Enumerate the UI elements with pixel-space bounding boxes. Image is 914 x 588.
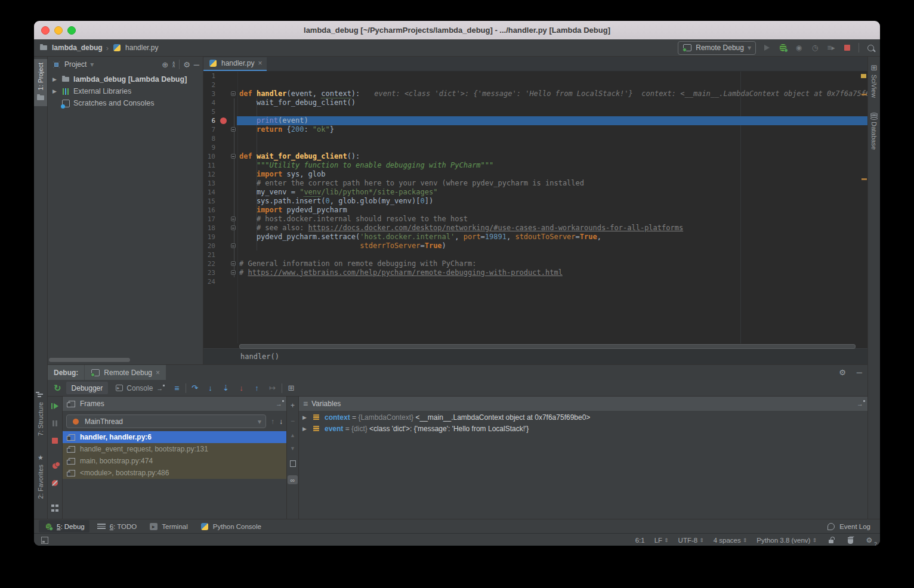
close-session-icon[interactable]: ×	[156, 369, 160, 377]
stack-frame[interactable]: handler, handler.py:6	[63, 431, 286, 443]
code-line[interactable]: 12 import sys, glob	[203, 170, 867, 179]
toolwindow-button-terminal[interactable]: ▸ Terminal	[144, 520, 192, 533]
run-anything-button[interactable]: ≡▸	[826, 43, 836, 52]
variable-row[interactable]: ▶context = {LambdaContext} <__main__.Lam…	[299, 411, 867, 423]
thread-select[interactable]: MainThread ▾	[66, 414, 266, 428]
code-line[interactable]: 22# General information on remote debugg…	[203, 259, 867, 268]
code-line[interactable]: 3def handler(event, context):event: <cla…	[203, 89, 867, 98]
code-line[interactable]: 11 """Utility function to enable debuggi…	[203, 161, 867, 170]
inspections-icon[interactable]	[845, 536, 855, 545]
fold-marker-icon[interactable]	[231, 243, 236, 248]
code-line[interactable]: 9	[203, 143, 867, 152]
sidebar-item-sciview[interactable]: ⊞ SciView	[868, 60, 880, 101]
toolwindow-button-python-console[interactable]: Python Console	[195, 520, 266, 533]
stop-button[interactable]	[842, 43, 852, 52]
search-everywhere-button[interactable]	[866, 43, 875, 52]
hide-panel-button[interactable]: ─	[194, 60, 199, 69]
gutter[interactable]: 16	[203, 206, 237, 215]
code-line[interactable]: 20 stderrToServer=True)	[203, 242, 867, 250]
pause-button[interactable]	[50, 419, 60, 428]
gutter[interactable]: 15	[203, 197, 237, 206]
gear-icon[interactable]: ⚙	[183, 60, 190, 69]
move-down-button[interactable]: ▼	[290, 445, 295, 451]
editor-breadcrumb[interactable]: handler()	[240, 352, 279, 361]
restore-layout-button[interactable]	[50, 503, 60, 513]
code-line[interactable]: 4 wait_for_debug_client()	[203, 98, 867, 107]
gutter[interactable]: 24	[203, 277, 237, 286]
code-line[interactable]: 24	[203, 277, 867, 286]
gutter[interactable]: 14	[203, 188, 237, 197]
expand-arrow-icon[interactable]: ▶	[302, 426, 308, 432]
event-log-button[interactable]: Event Log	[822, 520, 875, 533]
horizontal-scrollbar[interactable]	[49, 358, 130, 362]
error-stripe-mark[interactable]	[861, 94, 867, 95]
resume-button[interactable]	[50, 401, 60, 411]
debug-session-tab[interactable]: Remote Debug ×	[84, 365, 166, 380]
toolwindow-button-debug[interactable]: 5: Debug	[39, 520, 89, 533]
code-line[interactable]: 8	[203, 134, 867, 143]
toolwindow-toggle-icon[interactable]	[40, 536, 50, 545]
chevron-down-icon[interactable]: ▾	[90, 60, 94, 69]
fold-marker-icon[interactable]	[231, 91, 236, 96]
step-into-my-code-button[interactable]: ⇣	[220, 383, 233, 392]
gutter[interactable]: 12	[203, 170, 237, 179]
gutter[interactable]: 8	[203, 134, 237, 143]
code-line[interactable]: 6 print(event)	[203, 116, 867, 125]
tab-debugger[interactable]: Debugger	[66, 382, 109, 394]
fold-marker-icon[interactable]	[231, 270, 236, 275]
mute-breakpoints-button[interactable]	[50, 478, 60, 488]
editor-horizontal-scrollbar[interactable]	[203, 343, 867, 348]
move-up-button[interactable]: ▲	[290, 432, 295, 438]
stack-frame[interactable]: main, bootstrap.py:474	[63, 455, 286, 467]
fold-marker-icon[interactable]	[231, 261, 236, 266]
expand-arrow-icon[interactable]: ▶	[53, 88, 58, 94]
code-area[interactable]: 123def handler(event, context):event: <c…	[203, 72, 867, 343]
code-line[interactable]: 16 import pydevd_pycharm	[203, 206, 867, 215]
sidebar-item-favorites[interactable]: ★ 2: Favorites	[34, 450, 47, 502]
view-as-table-icon[interactable]: ⊞	[288, 384, 295, 392]
expand-arrow-icon[interactable]: ▶	[53, 76, 58, 82]
minimize-window-button[interactable]	[54, 26, 63, 35]
rerun-button[interactable]: ↻	[54, 383, 61, 394]
code-line[interactable]: 17 # host.docker.internal should resolve…	[203, 215, 867, 224]
code-line[interactable]: 18 # see also: https://docs.docker.com/d…	[203, 224, 867, 233]
layout-settings-icon[interactable]: ≡	[174, 383, 179, 393]
code-line[interactable]: 5	[203, 107, 867, 116]
close-window-button[interactable]	[41, 26, 50, 35]
variables-menu-icon[interactable]: ≡	[303, 399, 308, 408]
project-panel-title[interactable]: Project	[64, 60, 87, 69]
profiler-button[interactable]: ◷	[810, 43, 820, 52]
gutter[interactable]: 19	[203, 233, 237, 242]
run-configuration-select[interactable]: Remote Debug ▾	[678, 41, 756, 55]
fold-marker-icon[interactable]	[231, 216, 236, 221]
interpreter-select[interactable]: Python 3.8 (venv)⇕	[756, 537, 817, 544]
run-to-cursor-button[interactable]: ↦	[266, 383, 279, 392]
error-stripe-warning-mark[interactable]	[861, 74, 866, 78]
code-line[interactable]: 1	[203, 72, 867, 81]
gutter[interactable]: 2	[203, 81, 237, 89]
breakpoint-icon[interactable]	[220, 117, 227, 124]
locate-file-button[interactable]: ⊕	[162, 60, 168, 69]
gutter[interactable]: 13	[203, 179, 237, 188]
pin-icon[interactable]: →	[276, 400, 282, 407]
gear-icon[interactable]: ⚙	[833, 365, 851, 380]
step-into-button[interactable]: ↓	[204, 383, 217, 392]
gutter[interactable]: 9	[203, 143, 237, 152]
indent-select[interactable]: 4 spaces⇕	[714, 537, 748, 544]
fullscreen-window-button[interactable]	[67, 26, 76, 35]
fold-marker-icon[interactable]	[231, 225, 236, 230]
remove-watch-button[interactable]: −	[291, 417, 295, 425]
hide-panel-button[interactable]: ─	[851, 365, 867, 380]
gutter[interactable]: 21	[203, 250, 237, 259]
step-over-button[interactable]: ↷	[189, 383, 202, 392]
run-with-coverage-button[interactable]: ◉	[794, 43, 804, 52]
gutter[interactable]: 1	[203, 72, 237, 81]
duplicate-watch-icon[interactable]	[288, 459, 298, 468]
run-button[interactable]	[762, 43, 771, 52]
code-line[interactable]: 21	[203, 250, 867, 259]
show-watches-button[interactable]: ∞	[288, 475, 298, 484]
stop-debug-button[interactable]	[50, 436, 60, 445]
sidebar-item-structure[interactable]: 7: Structure	[34, 386, 47, 440]
force-step-into-button[interactable]: ↓	[235, 383, 248, 392]
code-line[interactable]: 14 my_venv = "venv/lib/python*/site-pack…	[203, 188, 867, 197]
